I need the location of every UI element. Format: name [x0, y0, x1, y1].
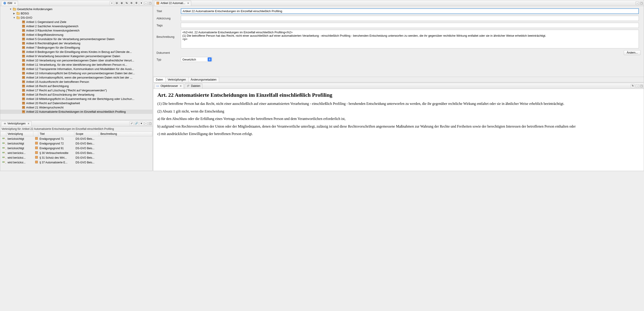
- document-icon: [22, 76, 25, 79]
- maximize-icon[interactable]: ▢: [640, 1, 643, 5]
- tree-node-article[interactable]: Artikel 3 Räumlicher Anwendungsbereich: [0, 28, 152, 33]
- toolbar-refresh-icon[interactable]: ↻: [631, 84, 635, 88]
- maximize-icon[interactable]: ▢: [640, 84, 643, 87]
- col-scope[interactable]: Scope: [74, 132, 99, 136]
- ism-tabbar: ISM ✕ ＋ ⊟ ⊞ ⇆ ⧉ ⚙ ▾ – ▢: [0, 0, 152, 6]
- cell-desc: [99, 136, 152, 141]
- tree-node-article[interactable]: Artikel 12 Transparente Information, Kom…: [0, 67, 152, 71]
- document-icon: [22, 71, 25, 75]
- document-icon: [22, 101, 25, 105]
- maximize-icon[interactable]: ▢: [148, 1, 152, 5]
- tree-node-article[interactable]: Artikel 13 Informationspflicht bei Erheb…: [0, 71, 152, 75]
- toolbar-menu-icon[interactable]: ▾: [140, 121, 144, 126]
- tree-node-article[interactable]: Artikel 6 Rechtmäßigkeit der Verarbeitun…: [0, 41, 152, 45]
- bottom-tab[interactable]: Verknüpfungen: [165, 77, 188, 82]
- tree-node-article[interactable]: Artikel 19 Mitteilungspflicht im Zusamme…: [0, 97, 152, 101]
- table-row[interactable]: berücksichtigtErwägungsgrund 72DS-GVO Be…: [0, 141, 152, 146]
- document-icon: [22, 110, 25, 113]
- toolbar-menu-icon[interactable]: ▾: [140, 1, 144, 5]
- tree-node-article[interactable]: Artikel 20 Recht auf Datenübertragbarkei…: [0, 101, 152, 105]
- minimize-icon[interactable]: –: [144, 122, 148, 125]
- svg-rect-9: [23, 22, 24, 22]
- col-desc[interactable]: Beschreibung: [99, 132, 152, 136]
- svg-rect-57: [23, 90, 24, 91]
- abk-input[interactable]: [181, 16, 639, 21]
- col-link[interactable]: Verknüpfung: [6, 132, 33, 136]
- chevron-icon[interactable]: ▶: [13, 12, 16, 15]
- toolbar-link-icon[interactable]: 🔗: [134, 121, 138, 126]
- tree-node-article[interactable]: Artikel 5 Grundsätze für die Verarbeitun…: [0, 37, 152, 41]
- col-title[interactable]: Titel: [38, 132, 74, 136]
- tree-node-article[interactable]: Artikel 15 Auskunftsrecht der betroffene…: [0, 80, 152, 84]
- svg-rect-65: [23, 103, 24, 103]
- tree-node-article[interactable]: Artikel 4 Begriffsbestimmung: [0, 33, 152, 37]
- ob-heading: Art. 22 Automatisierte Entscheidungen im…: [158, 92, 640, 98]
- toolbar-new-icon[interactable]: ＋: [110, 1, 114, 5]
- document-icon: [22, 106, 25, 109]
- tab-ism-label: ISM: [8, 1, 12, 5]
- tree-node-article[interactable]: Artikel 10 Verarbeitung von personenbezo…: [0, 58, 152, 62]
- minimize-icon[interactable]: –: [636, 84, 639, 87]
- document-icon: [156, 1, 160, 5]
- tab-editor[interactable]: Artikel 22 Automati... ✕: [154, 1, 191, 6]
- aendern-button[interactable]: Ändern...: [624, 50, 640, 55]
- cell-title: Erwägungsgrund 72: [38, 141, 74, 146]
- typ-select[interactable]: Gesetzlich: [181, 57, 212, 62]
- tab-links[interactable]: Verknüpfungen ✕: [1, 121, 32, 126]
- tree-node[interactable]: ▼DS-GVO: [0, 15, 152, 20]
- svg-rect-90: [35, 161, 38, 163]
- tree-node-article[interactable]: Artikel 8 Bedingungen für die Einwilligu…: [0, 50, 152, 54]
- table-row[interactable]: wird berücksi...§ 37 Automatisierte E...…: [0, 160, 152, 165]
- minimize-icon[interactable]: –: [636, 1, 639, 5]
- tree-node-root[interactable]: ▼Gesetzliche Anforderungen: [0, 7, 152, 11]
- bottom-tab[interactable]: Änderungsmetadaten: [188, 77, 219, 82]
- tree-node-article[interactable]: Artikel 16 Recht auf Berichtigung: [0, 84, 152, 88]
- tree-node-article[interactable]: Artikel 1 Gegenstand und Ziele: [0, 20, 152, 24]
- toolbar-settings-icon[interactable]: ⚙: [134, 1, 138, 5]
- toolbar-expand-icon[interactable]: ⊞: [120, 1, 124, 5]
- tab-objbrowser[interactable]: <> Objektbrowser ✕: [154, 83, 184, 88]
- toolbar-collapse-icon[interactable]: ⊟: [114, 1, 119, 5]
- toolbar-filter-icon[interactable]: ⧉: [130, 1, 134, 5]
- tab-ism[interactable]: ISM ✕: [1, 1, 18, 6]
- toolbar-sync-icon[interactable]: ⇆: [124, 1, 128, 5]
- beschr-input[interactable]: [181, 30, 639, 48]
- titel-input[interactable]: [181, 8, 639, 14]
- tree-node-article[interactable]: Artikel 11 Verarbeitung, für die eine Id…: [0, 62, 152, 67]
- tree-node-article[interactable]: Artikel 9 Verarbeitung besonderer Katego…: [0, 54, 152, 58]
- chevron-down-icon[interactable]: ▼: [9, 8, 12, 10]
- tree-node-article[interactable]: Artikel 14 Informationspflicht, wenn die…: [0, 75, 152, 80]
- tags-input[interactable]: [181, 23, 639, 28]
- maximize-icon[interactable]: ▢: [148, 122, 152, 125]
- svg-rect-87: [35, 156, 38, 159]
- tab-files[interactable]: Dateien: [185, 83, 202, 88]
- close-icon[interactable]: ✕: [180, 85, 182, 87]
- tree-node-article[interactable]: Artikel 21 Widerspruchsrecht: [0, 105, 152, 110]
- table-row[interactable]: wird berücksi...§ 30 VerbraucherkrediteD…: [0, 151, 152, 155]
- ism-tree[interactable]: ▼Gesetzliche Anforderungen▶BDSG▼DS-GVOAr…: [0, 6, 152, 120]
- tree-node-article[interactable]: Artikel 2 Sachlicher Anwendungsbereich: [0, 24, 152, 28]
- minimize-icon[interactable]: –: [144, 1, 148, 5]
- tree-label: Artikel 2 Sachlicher Anwendungsbereich: [26, 24, 78, 28]
- chevron-icon[interactable]: ▼: [13, 16, 16, 19]
- close-icon[interactable]: ✕: [187, 2, 189, 5]
- ob-paragraph: (1) Die betroffene Person hat das Recht,…: [158, 101, 640, 106]
- svg-rect-54: [23, 86, 24, 86]
- bottom-tab[interactable]: Daten: [153, 77, 166, 82]
- tree-node-article[interactable]: Artikel 7 Bedingungen für die Einwilligu…: [0, 45, 152, 50]
- table-row[interactable]: berücksichtigtErwägungsgrund 91DS-GVO Be…: [0, 146, 152, 151]
- tree-label: Artikel 7 Bedingungen für die Einwilligu…: [26, 46, 80, 49]
- tree-label: Artikel 11 Verarbeitung, für die eine Id…: [26, 63, 127, 66]
- table-row[interactable]: wird berücksi...§ 31 Schutz des Wirt...D…: [0, 155, 152, 160]
- document-icon: [22, 93, 25, 96]
- table-row[interactable]: berücksichtigtErwägungsgrund 71DS-GVO Be…: [0, 136, 152, 141]
- tree-node[interactable]: ▶BDSG: [0, 11, 152, 15]
- svg-rect-69: [23, 108, 24, 108]
- tree-node-article[interactable]: Artikel 17 Recht auf Löschung ("Recht au…: [0, 88, 152, 92]
- close-icon[interactable]: ✕: [28, 122, 30, 125]
- svg-point-83: [4, 152, 5, 153]
- tree-node-article[interactable]: Artikel 18 Recht auf Einschränkung der V…: [0, 92, 152, 97]
- toolbar-expand-icon[interactable]: ⤢: [130, 121, 134, 126]
- close-icon[interactable]: ✕: [14, 2, 16, 5]
- tree-node-article[interactable]: Artikel 22 Automatisierte Entscheidungen…: [0, 110, 152, 114]
